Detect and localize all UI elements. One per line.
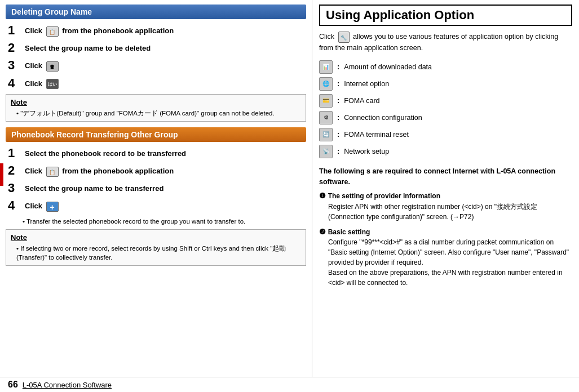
footer: 66 L-05A Connection Software xyxy=(0,377,579,392)
feature-item-6: 📡 : Network setup xyxy=(319,145,572,158)
section2-title: Phonebook Record Transfering Other Group xyxy=(11,130,178,139)
yes-icon: はい xyxy=(46,79,59,89)
phonebook-icon: 📋 xyxy=(46,26,59,37)
phonebook-icon-2: 📋 xyxy=(46,167,59,177)
feature-item-3: 💳 : FOMA card xyxy=(319,94,572,108)
feature-label-4: Connection configuration xyxy=(344,114,422,122)
feature-label-1: Amount of downloaded data xyxy=(344,63,432,71)
note1-text: "デフォルト(Default)" group and "FOMAカード (FOM… xyxy=(16,109,301,118)
note2-title: Note xyxy=(11,233,301,242)
right-header: Using Application Option xyxy=(319,5,572,26)
step2-1: 1 Select the phonebook record to be tran… xyxy=(6,146,306,160)
req-item-2: Basic setting Configure "*99***<cid>#" a… xyxy=(319,226,572,288)
requirements-section: The following s are required to connect … xyxy=(319,166,572,288)
feature-label-5: FOMA terminal reset xyxy=(344,131,409,139)
step1-1: 1 Click 📋 from the phonebook application xyxy=(6,24,306,37)
note1-box: Note "デフォルト(Default)" group and "FOMAカード… xyxy=(6,94,306,122)
note1-title: Note xyxy=(11,98,301,106)
network-setup-icon: 📡 xyxy=(319,145,333,158)
trash-icon: 🗑 xyxy=(46,61,59,72)
feature-label-2: Internet option xyxy=(344,80,389,88)
right-intro: Click 🔧 allows you to use various featur… xyxy=(319,32,572,54)
req-item-1: The setting of provider information Regi… xyxy=(319,190,572,222)
foma-reset-icon: 🔄 xyxy=(319,128,333,141)
req-body-2: Configure "*99***<cid>#" as a dial numbe… xyxy=(328,237,572,288)
left-panel: Deleting Group Name 1 Click 📋 from the p… xyxy=(0,0,312,377)
add-icon: + xyxy=(46,202,59,212)
foma-card-icon: 💳 xyxy=(319,94,333,108)
feature-item-4: ⚙ : Connection configuration xyxy=(319,111,572,124)
data-download-icon: 📊 xyxy=(319,60,333,74)
section1-title: Deleting Group Name xyxy=(11,7,92,16)
step2-2: 2 Click 📋 from the phonebook application xyxy=(6,164,306,177)
step1-2: 2 Select the group name to be deleted xyxy=(6,41,306,55)
feature-label-3: FOMA card xyxy=(344,97,379,105)
feature-item-5: 🔄 : FOMA terminal reset xyxy=(319,128,572,141)
step2-4-note: Transfer the selected phonebook record t… xyxy=(23,217,306,226)
feature-list: 📊 : Amount of downloaded data 🌐 : Intern… xyxy=(319,60,572,158)
note2-box: Note If selecting two or more record, se… xyxy=(6,229,306,266)
feature-item-2: 🌐 : Internet option xyxy=(319,77,572,91)
req-intro: The following s are required to connect … xyxy=(319,166,572,188)
right-panel: Using Application Option Click 🔧 allows … xyxy=(312,0,579,377)
red-tab xyxy=(0,163,3,186)
section2-header: Phonebook Record Transfering Other Group xyxy=(6,127,306,142)
step1-3: 3 Click 🗑 xyxy=(6,59,306,72)
req-title-1: The setting of provider information xyxy=(319,190,572,202)
feature-label-6: Network setup xyxy=(344,148,389,155)
section1-header: Deleting Group Name xyxy=(6,5,306,19)
page-number: 66 xyxy=(8,380,18,390)
req-body-1: Register APN with other registration num… xyxy=(328,202,572,222)
internet-option-icon: 🌐 xyxy=(319,77,333,91)
footer-text: L-05A Connection Software xyxy=(23,381,112,389)
note2-text: If selecting two or more record, select … xyxy=(16,244,301,262)
connection-config-icon: ⚙ xyxy=(319,111,333,124)
feature-item-1: 📊 : Amount of downloaded data xyxy=(319,60,572,74)
step2-3: 3 Select the group name to be transferre… xyxy=(6,181,306,195)
step1-4: 4 Click はい xyxy=(6,77,306,90)
step2-4: 4 Click + xyxy=(6,199,306,212)
req-title-2: Basic setting xyxy=(319,226,572,238)
app-option-icon: 🔧 xyxy=(338,32,350,43)
